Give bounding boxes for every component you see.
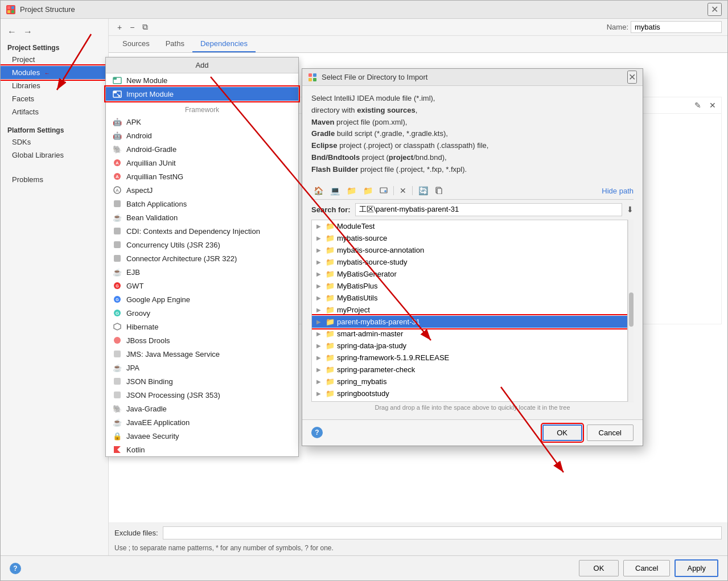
framework-batch[interactable]: Batch Applications xyxy=(106,197,298,211)
framework-json-binding[interactable]: JSON Binding xyxy=(106,374,298,388)
framework-ejb[interactable]: ☕ EJB xyxy=(106,265,298,279)
toolbar-refresh-btn[interactable]: 🔄 xyxy=(416,185,430,196)
dialog-ok-button[interactable]: OK xyxy=(542,425,582,441)
framework-aspectj[interactable]: A AspectJ xyxy=(106,183,298,197)
scrollbar[interactable] xyxy=(628,220,634,402)
file-item-mybatisplus[interactable]: ▶ 📁 MyBatisPlus xyxy=(312,280,627,292)
tab-paths[interactable]: Paths xyxy=(158,36,192,52)
sidebar-item-modules[interactable]: Modules ← xyxy=(1,66,108,79)
svg-rect-7 xyxy=(113,91,117,93)
file-item-moduletest[interactable]: ▶ 📁 ModuleTest xyxy=(312,220,627,232)
framework-concurrency[interactable]: Concurrency Utils (JSR 236) xyxy=(106,238,298,252)
add-menu-header: Add xyxy=(106,57,298,73)
chevron-icon: ▶ xyxy=(316,343,323,349)
tab-dependencies[interactable]: Dependencies xyxy=(192,36,256,52)
file-item-parent-mybatis[interactable]: ▶ 📁 parent-mybatis-parent-31 xyxy=(312,316,627,328)
file-item-mybatis-source-annotation[interactable]: ▶ 📁 mybatis-source-annotation xyxy=(312,244,627,256)
framework-cdi[interactable]: CDI: Contexts and Dependency Injection xyxy=(106,224,298,238)
framework-jboss[interactable]: JBoss Drools xyxy=(106,333,298,347)
add-dropdown-menu: Add New Module Import Module Framework 🤖… xyxy=(105,57,299,457)
folder-icon: 📁 xyxy=(326,234,335,242)
framework-javaee-app[interactable]: ☕ JavaEE Application xyxy=(106,415,298,429)
file-item-mybatis-source-study[interactable]: ▶ 📁 mybatis-source-study xyxy=(312,256,627,268)
apply-button[interactable]: Apply xyxy=(674,559,718,577)
framework-json-processing[interactable]: JSON Processing (JSR 353) xyxy=(106,388,298,402)
framework-gwt[interactable]: G GWT xyxy=(106,279,298,292)
add-button[interactable]: + xyxy=(114,22,125,33)
file-item-spring-data-jpa[interactable]: ▶ 📁 spring-data-jpa-study xyxy=(312,340,627,352)
framework-jpa[interactable]: ☕ JPA xyxy=(106,361,298,374)
file-item-springsource[interactable]: ▶ 📁 springsource xyxy=(312,399,627,402)
framework-connector[interactable]: Connector Architecture (JSR 322) xyxy=(106,252,298,265)
dep-edit-btn[interactable]: ✎ xyxy=(692,100,704,111)
panel-tools: + − ⧉ Name: xyxy=(109,19,727,36)
framework-javaee-security[interactable]: 🔒 Javaee Security xyxy=(106,429,298,443)
hibernate-label: Hibernate xyxy=(126,323,158,331)
sidebar-item-project[interactable]: Project xyxy=(1,53,108,66)
sidebar-item-artifacts[interactable]: Artifacts xyxy=(1,105,108,118)
module-name-input[interactable] xyxy=(631,21,722,33)
toolbar-computer-btn[interactable]: 💻 xyxy=(328,185,342,196)
menu-separator xyxy=(106,102,298,102)
close-window-button[interactable]: ✕ xyxy=(708,3,722,16)
ok-button[interactable]: OK xyxy=(579,560,619,576)
sidebar-item-facets[interactable]: Facets xyxy=(1,92,108,105)
sidebar-item-libraries[interactable]: Libraries xyxy=(1,79,108,92)
file-item-myproject[interactable]: ▶ 📁 myProject xyxy=(312,304,627,316)
add-import-module-item[interactable]: Import Module xyxy=(106,87,298,101)
toolbar-copy-path-btn[interactable] xyxy=(433,185,445,197)
file-item-spring-parameter[interactable]: ▶ 📁 spring-parameter-check xyxy=(312,364,627,376)
add-new-module-item[interactable]: New Module xyxy=(106,73,298,87)
file-item-mybatisutils[interactable]: ▶ 📁 MyBatisUtils xyxy=(312,292,627,304)
framework-apk[interactable]: 🤖 APK xyxy=(106,115,298,129)
toolbar-new-folder-btn[interactable] xyxy=(377,185,390,197)
framework-google-app-engine[interactable]: G Google App Engine xyxy=(106,292,298,306)
cancel-button[interactable]: Cancel xyxy=(623,560,670,576)
copy-button[interactable]: ⧉ xyxy=(139,21,151,33)
framework-hibernate[interactable]: Hibernate xyxy=(106,320,298,333)
framework-kotlin[interactable]: Kotlin xyxy=(106,443,298,456)
scrollbar-thumb[interactable] xyxy=(629,292,634,327)
framework-bean-validation[interactable]: ☕ Bean Validation xyxy=(106,211,298,224)
dep-close-btn[interactable]: ✕ xyxy=(706,100,719,111)
toolbar-home-btn[interactable]: 🏠 xyxy=(311,185,326,196)
svg-text:A: A xyxy=(116,174,119,179)
back-button[interactable]: ← xyxy=(5,26,19,38)
file-item-springbootstudy[interactable]: ▶ 📁 springbootstudy xyxy=(312,388,627,399)
file-item-spring-framework[interactable]: ▶ 📁 spring-framework-5.1.9.RELEASE xyxy=(312,352,627,364)
file-item-mybatisgenerator[interactable]: ▶ 📁 MyBatisGenerator xyxy=(312,268,627,280)
framework-java-gradle[interactable]: 🐘 Java-Gradle xyxy=(106,402,298,415)
framework-arquillian-testng[interactable]: A Arquillian TestNG xyxy=(106,170,298,183)
file-item-spring-mybatis[interactable]: ▶ 📁 spring_mybatis xyxy=(312,376,627,388)
hide-path-button[interactable]: Hide path xyxy=(602,187,634,195)
framework-arquillian-junit[interactable]: A Arquillian JUnit xyxy=(106,156,298,170)
help-button[interactable]: ? xyxy=(10,563,21,574)
chevron-icon: ▶ xyxy=(316,378,323,385)
svg-point-26 xyxy=(114,337,121,344)
tab-sources[interactable]: Sources xyxy=(114,36,158,52)
dialog-help-button[interactable]: ? xyxy=(311,427,323,438)
framework-android[interactable]: 🤖 Android xyxy=(106,129,298,142)
folder-icon: 📁 xyxy=(326,282,335,290)
framework-android-gradle[interactable]: 🐘 Android-Gradle xyxy=(106,142,298,156)
sidebar-item-problems[interactable]: Problems xyxy=(1,173,108,186)
framework-groovy[interactable]: G Groovy xyxy=(106,306,298,320)
file-item-mybatis-source[interactable]: ▶ 📁 mybatis-source xyxy=(312,232,627,244)
exclude-input[interactable] xyxy=(163,526,722,539)
download-btn[interactable]: ⬇ xyxy=(627,205,634,214)
toolbar-delete-btn[interactable]: ✕ xyxy=(397,185,409,196)
android-icon: 🤖 xyxy=(113,131,122,140)
dialog-cancel-button[interactable]: Cancel xyxy=(587,425,634,441)
svg-rect-39 xyxy=(437,188,442,194)
file-item-smart-admin[interactable]: ▶ 📁 smart-admin-master xyxy=(312,328,627,340)
toolbar-folder2-btn[interactable]: 📁 xyxy=(361,185,375,196)
dialog-close-button[interactable]: ✕ xyxy=(627,71,637,84)
file-tree[interactable]: ▶ 📁 ModuleTest ▶ 📁 mybatis-source ▶ 📁 my… xyxy=(311,220,628,402)
framework-jms[interactable]: JMS: Java Message Service xyxy=(106,347,298,361)
forward-button[interactable]: → xyxy=(21,26,35,38)
sidebar-item-global-libraries[interactable]: Global Libraries xyxy=(1,149,108,162)
sidebar-item-sdks[interactable]: SDKs xyxy=(1,135,108,149)
toolbar-folder1-btn[interactable]: 📁 xyxy=(344,185,359,196)
search-input[interactable] xyxy=(355,203,622,216)
remove-button[interactable]: − xyxy=(127,22,137,33)
